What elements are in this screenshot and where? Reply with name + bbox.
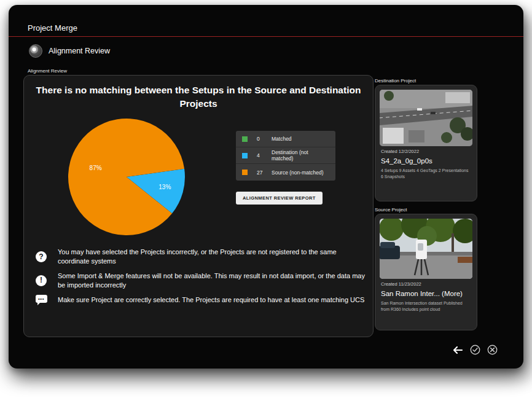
pie-slice-label: 87% <box>90 165 102 171</box>
panel-label: Alignment Review <box>28 68 67 74</box>
source-swatch <box>242 170 248 175</box>
source-count: 27 <box>257 170 272 176</box>
exclamation-icon <box>36 275 47 286</box>
note-text: Some Import & Merge features will not be… <box>58 271 369 290</box>
question-icon <box>36 251 47 262</box>
pie-slice-label: 13% <box>158 184 171 190</box>
destination-thumbnail <box>380 90 472 146</box>
note-coordinate-systems: You may have selected the Projects incor… <box>35 248 369 266</box>
source-project-label: Source Project <box>375 207 407 213</box>
source-thumbnail <box>380 219 472 279</box>
check-circle-icon[interactable] <box>470 345 480 355</box>
alignment-review-report-button[interactable]: ALIGNMENT REVIEW REPORT <box>236 192 323 205</box>
close-circle-icon[interactable] <box>487 345 498 355</box>
note-matching-ucs: Make sure Project are correctly selected… <box>35 295 369 305</box>
project-merge-window: Project Merge Alignment Review Alignment… <box>9 5 523 369</box>
aerial-map-image <box>380 90 472 146</box>
destination-project-name: S4_2a_0g_0p0s <box>381 157 471 165</box>
title-divider <box>9 36 523 37</box>
legend-row-matched: 0 Matched <box>236 131 335 147</box>
notes-list: You may have selected the Projects incor… <box>35 248 369 305</box>
alignment-review-icon <box>29 44 42 58</box>
note-text: You may have selected the Projects incor… <box>58 248 369 266</box>
destination-swatch <box>242 153 248 158</box>
legend-row-source: 27 Source (non-matched) <box>236 164 335 181</box>
matched-label: Matched <box>272 136 329 142</box>
no-matching-heading: There is no matching between the Setups … <box>30 84 367 111</box>
footer-actions <box>452 345 498 355</box>
matched-swatch <box>242 136 248 142</box>
note-import-merge: Some Import & Merge features will not be… <box>35 271 369 290</box>
source-project-name[interactable]: San Ramon Inter... (More) <box>381 290 471 297</box>
destination-label: Destination (not matched) <box>272 149 329 162</box>
matched-count: 0 <box>257 136 272 142</box>
destination-project-description: 4 Setups 9 Assets 4 GeoTags 2 Presentati… <box>381 168 471 180</box>
pie-legend: 0 Matched 4 Destination (not matched) 27… <box>236 131 335 181</box>
back-arrow-icon[interactable] <box>452 345 463 355</box>
legend-row-destination: 4 Destination (not matched) <box>236 147 335 164</box>
note-text: Make sure Project are correctly selected… <box>58 295 369 305</box>
source-project-card[interactable]: Created 11/23/2022 San Ramon Inter... (M… <box>375 214 477 330</box>
destination-project-card[interactable]: Created 12/2/2022 S4_2a_0g_0p0s 4 Setups… <box>375 85 477 201</box>
comment-icon <box>36 295 47 303</box>
street-photo-image <box>380 219 472 279</box>
window-title: Project Merge <box>28 23 77 33</box>
alignment-pie: 13%87% <box>61 111 192 243</box>
destination-created-date: Created 12/2/2022 <box>381 149 471 154</box>
page: { "colors": { "accent_red": "#9b2222", "… <box>0 0 532 398</box>
pie-chart-container: 13%87% <box>61 111 192 243</box>
source-project-description: San Ramon Intersection dataset Published… <box>381 300 471 313</box>
destination-count: 4 <box>257 152 272 158</box>
destination-project-label: Destination Project <box>375 78 416 84</box>
source-created-date: Created 11/23/2022 <box>381 281 471 287</box>
alignment-review-header: Alignment Review <box>29 44 110 58</box>
source-label: Source (non-matched) <box>272 170 329 176</box>
section-title: Alignment Review <box>49 47 110 55</box>
alignment-review-panel: There is no matching between the Setups … <box>23 75 374 337</box>
